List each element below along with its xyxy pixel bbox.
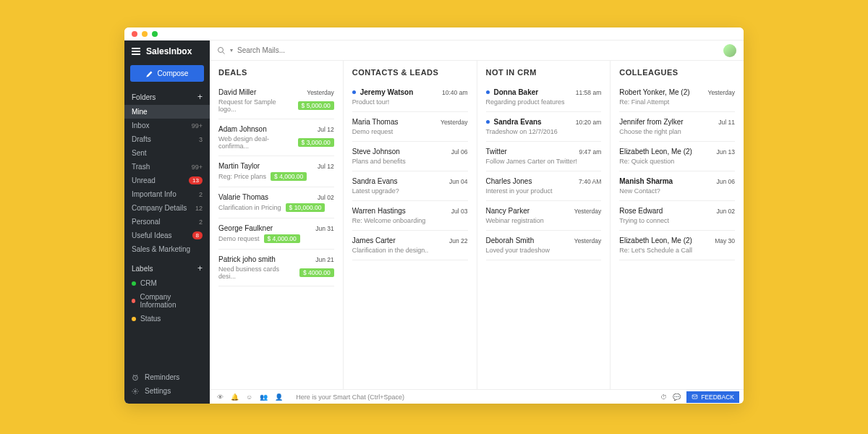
user-avatar[interactable] (723, 44, 736, 57)
mail-sender: David Miller (218, 88, 302, 96)
folder-label: Unread (132, 176, 156, 184)
sidebar-folder-trash[interactable]: Trash99+ (124, 160, 210, 174)
mail-sender: Warren Hastings (352, 207, 447, 215)
mail-card[interactable]: Jeremy Watson10:40 amProduct tour! (352, 82, 468, 112)
mail-sender: Nancy Parker (486, 207, 570, 215)
sidebar-folder-mine[interactable]: Mine (124, 105, 210, 119)
sidebar-folder-drafts[interactable]: Drafts3 (124, 132, 210, 146)
mail-subject: Follow James Carter on Twitter! (486, 158, 577, 165)
sidebar-folder-sent[interactable]: Sent (124, 146, 210, 160)
mail-card[interactable]: Adam JohnsonJul 12Web design deal-confir… (218, 119, 334, 156)
add-label-icon[interactable]: + (197, 263, 203, 273)
mail-subject: New Contact? (619, 187, 660, 195)
compose-label: Compose (158, 69, 189, 77)
mail-subject: Demo request (218, 235, 260, 242)
mail-card[interactable]: Twitter9:47 amFollow James Carter on Twi… (486, 142, 602, 171)
mail-card[interactable]: Charles Jones7:40 AMInterest in your pro… (486, 171, 602, 201)
search-box[interactable]: ▾ (217, 46, 718, 55)
reminders-link[interactable]: Reminders (132, 370, 203, 384)
menu-icon[interactable] (132, 48, 140, 55)
compose-button[interactable]: Compose (130, 65, 204, 82)
mail-card[interactable]: James CarterJun 22Clarification in the d… (352, 231, 468, 260)
mail-sender: Steve Johnson (352, 148, 447, 156)
window-maximize-icon[interactable] (152, 31, 158, 37)
mail-subject: Choose the right plan (619, 128, 681, 135)
mail-sender: Twitter (486, 148, 575, 156)
sidebar-folder-company-details[interactable]: Company Details12 (124, 201, 210, 215)
deal-amount: $ 4,000.00 (271, 172, 307, 181)
folders-header: Folders + (124, 89, 210, 105)
mail-subject: Need business cards desi... (218, 265, 295, 280)
mail-subject: Re: Welcome onboarding (352, 217, 425, 224)
folder-count: 99+ (192, 163, 203, 171)
folder-label: Sent (132, 149, 147, 157)
mail-card[interactable]: Patrick joho smithJun 21Need business ca… (218, 250, 334, 286)
sidebar-folder-useful-ideas[interactable]: Useful Ideas8 (124, 229, 210, 242)
column-not-in-crm: NOT IN CRMDonna Baker11:58 amRegarding p… (477, 61, 611, 389)
mail-card[interactable]: Jennifer from ZylkerJul 11Choose the rig… (619, 112, 735, 142)
mail-time: Jul 12 (318, 163, 334, 170)
smartchat-hint[interactable]: Here is your Smart Chat (Ctrl+Space) (290, 393, 656, 401)
footer-clock-icon[interactable]: ⏱ (660, 393, 667, 401)
mail-card[interactable]: Martin TaylorJul 12Reg: Price plans$ 4,0… (218, 156, 334, 187)
sidebar-header: SalesInbox (124, 41, 210, 62)
search-icon (217, 46, 226, 55)
folder-label: Inbox (132, 122, 149, 129)
column-colleagues: COLLEAGUESRobert Yonker, Me (2)Yesterday… (610, 61, 744, 389)
folder-count: 99+ (192, 122, 203, 129)
mail-card[interactable]: Elizabeth Leon, Me (2)Jun 13Re: Quick qu… (619, 142, 735, 171)
compose-icon (146, 70, 153, 77)
mail-card[interactable]: Steve JohnsonJul 06Plans and benefits (352, 142, 468, 171)
deal-amount: $ 5,000.00 (298, 101, 334, 110)
search-input[interactable] (237, 46, 718, 54)
sidebar-folder-sales-marketing[interactable]: Sales & Marketing (124, 242, 210, 256)
mail-card[interactable]: Sandra Evans10:20 amTradeshow on 12/7/20… (486, 112, 602, 142)
labels-header: Labels + (124, 260, 210, 276)
sidebar-folder-inbox[interactable]: Inbox99+ (124, 119, 210, 132)
mail-card[interactable]: Robert Yonker, Me (2)YesterdayRe: Final … (619, 82, 735, 112)
mail-time: Jun 31 (315, 225, 334, 232)
mail-card[interactable]: Nancy ParkerYesterdayWebinar registratio… (486, 201, 602, 231)
mail-card[interactable]: Deborah SmithYesterdayLoved your tradesh… (486, 231, 602, 260)
sidebar-label-status[interactable]: Status (124, 312, 210, 326)
mail-card[interactable]: Valarie ThomasJul 02Clarification in Pri… (218, 187, 334, 218)
mail-time: Jul 06 (451, 148, 468, 156)
window-minimize-icon[interactable] (142, 31, 148, 37)
folder-label: Mine (132, 108, 148, 116)
sidebar-label-crm[interactable]: CRM (124, 276, 210, 290)
mail-card[interactable]: George FaulknerJun 31Demo request$ 4,000… (218, 218, 334, 250)
unread-dot-icon (486, 90, 490, 94)
footer-smile-icon[interactable]: ☺ (246, 393, 252, 401)
mail-card[interactable]: Manish SharmaJun 06New Contact? (619, 171, 735, 201)
mail-card[interactable]: Maria ThomasYesterdayDemo request (352, 112, 468, 142)
mail-card[interactable]: Elizabeth Leon, Me (2)May 30Re: Let's Sc… (619, 231, 735, 260)
feedback-button[interactable]: FEEDBACK (686, 391, 739, 403)
footer-bell-icon[interactable]: 🔔 (231, 393, 239, 401)
mail-card[interactable]: Donna Baker11:58 amRegarding product fea… (486, 82, 602, 112)
column-title: COLLEAGUES (619, 68, 735, 77)
mail-card[interactable]: Rose EdwardJun 02Trying to connect (619, 201, 735, 231)
mail-sender: Elizabeth Leon, Me (2) (619, 237, 710, 244)
footer-person-icon[interactable]: 👤 (275, 393, 283, 401)
sidebar-folder-important-info[interactable]: Important Info2 (124, 187, 210, 201)
footer-people-icon[interactable]: 👥 (260, 393, 268, 401)
folder-label: Company Details (132, 204, 187, 212)
mail-time: Yesterday (574, 208, 602, 215)
sidebar-folder-unread[interactable]: Unread13 (124, 174, 210, 187)
add-folder-icon[interactable]: + (197, 92, 203, 102)
mail-sender: Patrick joho smith (218, 255, 311, 263)
mail-card[interactable]: David MillerYesterdayRequest for Sample … (218, 82, 334, 119)
sidebar-label-company-information[interactable]: Company Information (124, 290, 210, 312)
mail-card[interactable]: Warren HastingsJul 03Re: Welcome onboard… (352, 201, 468, 231)
mail-card[interactable]: Sandra EvansJun 04Latest upgrade? (352, 171, 468, 201)
footer-eye-icon[interactable]: 👁 (217, 393, 224, 401)
mail-sender: Elizabeth Leon, Me (2) (619, 148, 712, 156)
mail-time: Jun 04 (449, 178, 468, 185)
unread-badge: 8 (192, 231, 203, 239)
footer-chat-icon[interactable]: 💬 (673, 393, 681, 401)
settings-link[interactable]: Settings (132, 384, 203, 398)
mail-sender: George Faulkner (218, 224, 311, 232)
window-close-icon[interactable] (132, 31, 137, 37)
column-title: NOT IN CRM (486, 68, 602, 77)
sidebar-folder-personal[interactable]: Personal2 (124, 215, 210, 229)
